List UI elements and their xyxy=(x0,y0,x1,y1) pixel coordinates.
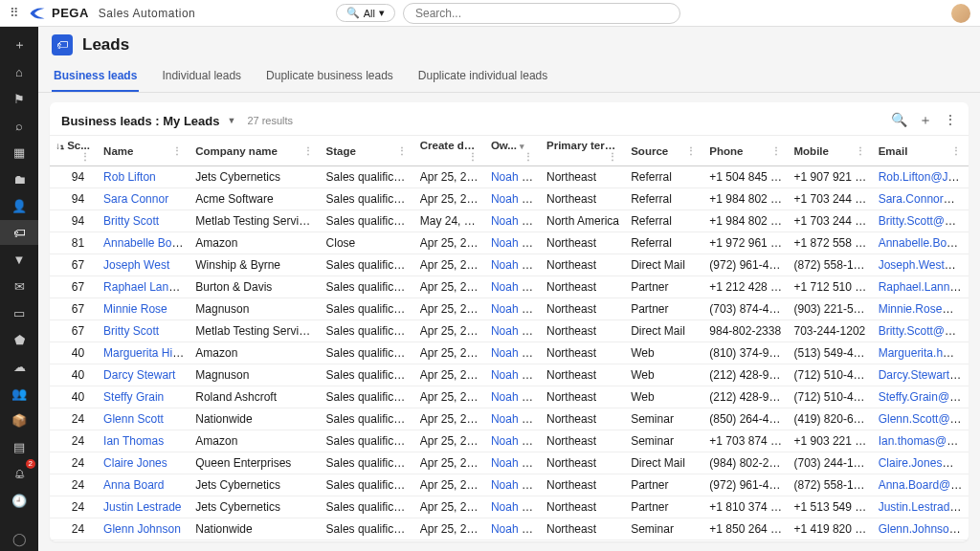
cell-email[interactable]: Steffy.Grain@Rola xyxy=(873,386,969,408)
table-row[interactable]: 40Marguerita HiattAmazonSales qualificat… xyxy=(50,342,969,364)
grid-icon[interactable]: ▦ xyxy=(0,140,38,165)
cell-owner[interactable]: Noah Smith xyxy=(485,518,541,540)
cell-name[interactable]: Rob Lifton xyxy=(98,166,189,188)
cell-email[interactable]: Justin.Lestrade@Je xyxy=(873,496,969,518)
table-row[interactable]: 24Ian ThomasAmazonSales qualificationApr… xyxy=(50,430,969,452)
search-input[interactable] xyxy=(403,3,680,24)
table-row[interactable]: 40Steffy GrainRoland AshcroftSales quali… xyxy=(50,386,969,408)
table-row[interactable]: 24Glenn ScottNationwideSales qualificati… xyxy=(50,408,969,430)
cell-owner[interactable]: Noah Smith xyxy=(485,540,541,542)
leads-icon[interactable]: 🏷 xyxy=(0,220,38,245)
cell-email[interactable]: Britty.Scott@Metla xyxy=(873,210,969,232)
cell-name[interactable]: Joseph West xyxy=(98,254,189,276)
cell-email[interactable]: Britty.Scott@Metla xyxy=(873,320,969,342)
cell-name[interactable]: Sara Connor xyxy=(98,188,189,210)
cell-email[interactable]: Glenn.Scott@Natio xyxy=(873,408,969,430)
cell-name[interactable]: Minnie Rose xyxy=(98,298,189,320)
tab-business-leads[interactable]: Business leads xyxy=(52,61,139,92)
cell-email[interactable]: Marguerita.h@ama xyxy=(873,342,969,364)
table-row[interactable]: 40Darcy StewartMagnusonSales qualificati… xyxy=(50,364,969,386)
cell-owner[interactable]: Noah Smith xyxy=(485,408,541,430)
table-row[interactable]: 24Anna BoardJets CyberneticsSales qualif… xyxy=(50,474,969,496)
col-header[interactable]: Create date⋮ xyxy=(414,136,485,166)
avatar[interactable] xyxy=(951,4,970,23)
cell-email[interactable]: Annabelle.Boord@ xyxy=(873,232,969,254)
tab-duplicate-business-leads[interactable]: Duplicate business leads xyxy=(264,61,395,92)
app-grid-icon[interactable]: ⠿ xyxy=(10,1,19,26)
card-icon[interactable]: ▭ xyxy=(0,300,38,325)
users-icon[interactable]: 👥 xyxy=(0,381,38,406)
cell-name[interactable]: Marguerita Hiatt xyxy=(98,342,189,364)
cell-name[interactable]: Claire Jones xyxy=(98,452,189,474)
cell-owner[interactable]: Noah Smith xyxy=(485,452,541,474)
cell-name[interactable]: Steffy Grain xyxy=(98,386,189,408)
cell-email[interactable]: John.smith@Amaz xyxy=(873,540,969,542)
cell-email[interactable]: Glenn.Johnson@N xyxy=(873,518,969,540)
add-icon[interactable]: ＋ xyxy=(0,33,38,57)
cell-owner[interactable]: Noah Smith xyxy=(485,320,541,342)
clock-icon[interactable]: 🕘 xyxy=(0,488,38,513)
col-header[interactable]: Stage⋮ xyxy=(321,136,414,166)
cell-email[interactable]: Sara.Connor@Acm xyxy=(873,188,969,210)
cloud-icon[interactable]: ☁ xyxy=(0,354,38,379)
cell-owner[interactable]: Noah Smith xyxy=(485,386,541,408)
cell-owner[interactable]: Noah Smith xyxy=(485,254,541,276)
col-header[interactable]: Source⋮ xyxy=(625,136,703,166)
cell-owner[interactable]: Noah Smith xyxy=(485,166,541,188)
table-search-icon[interactable]: 🔍 xyxy=(891,112,907,129)
cell-name[interactable]: Ian Thomas xyxy=(98,430,189,452)
search-icon[interactable]: ⌕ xyxy=(0,113,38,138)
table-row[interactable]: 67Raphael LanningBurton & DavisSales qua… xyxy=(50,276,969,298)
table-row[interactable]: 94Rob LiftonJets CyberneticsSales qualif… xyxy=(50,166,969,188)
tab-duplicate-individual-leads[interactable]: Duplicate individual leads xyxy=(416,61,549,92)
cell-name[interactable]: Glenn Johnson xyxy=(98,518,189,540)
table-row[interactable]: 81Annabelle BoordAmazonCloseApr 25, 2024… xyxy=(50,232,969,254)
tag-icon[interactable]: ⬟ xyxy=(0,327,38,352)
view-dropdown-icon[interactable]: ▼ xyxy=(227,116,235,125)
cell-owner[interactable]: Noah Smith xyxy=(485,430,541,452)
tab-individual-leads[interactable]: Individual leads xyxy=(160,61,243,92)
cell-owner[interactable]: Noah Smith xyxy=(485,342,541,364)
cell-owner[interactable]: Noah Smith xyxy=(485,188,541,210)
col-header[interactable]: Ow... ▾⋮ xyxy=(485,136,541,166)
cell-owner[interactable]: Noah Smith xyxy=(485,210,541,232)
col-header[interactable]: Primary territory⋮ xyxy=(541,136,625,166)
cell-name[interactable]: Darcy Stewart xyxy=(98,364,189,386)
cell-email[interactable]: Joseph.West@WBy xyxy=(873,254,969,276)
cell-email[interactable]: Rob.Lifton@JetsCy xyxy=(873,166,969,188)
mail-icon[interactable]: ✉ xyxy=(0,274,38,298)
table-row[interactable]: 24John SmithAmazonSales qualificationApr… xyxy=(50,540,969,542)
cell-name[interactable]: Britty Scott xyxy=(98,320,189,342)
box-icon[interactable]: 📦 xyxy=(0,408,38,432)
table-row[interactable]: 67Minnie RoseMagnusonSales qualification… xyxy=(50,298,969,320)
cell-owner[interactable]: Noah Smith xyxy=(485,474,541,496)
col-header[interactable]: Phone⋮ xyxy=(703,136,788,166)
cell-owner[interactable]: Noah Smith xyxy=(485,496,541,518)
cell-owner[interactable]: Noah Smith xyxy=(485,298,541,320)
add-lead-icon[interactable]: ＋ xyxy=(919,112,932,129)
cell-name[interactable]: Justin Lestrade xyxy=(98,496,189,518)
home-icon[interactable]: ⌂ xyxy=(0,59,38,84)
cell-name[interactable]: John Smith xyxy=(98,540,189,542)
cell-email[interactable]: Claire.Jones@Que xyxy=(873,452,969,474)
bell-icon[interactable]: 🕭2 xyxy=(0,461,38,486)
col-header[interactable]: Mobile⋮ xyxy=(789,136,873,166)
table-row[interactable]: 67Britty ScottMetlab Testing ServicesSal… xyxy=(50,320,969,342)
col-header[interactable]: Company name⋮ xyxy=(189,136,320,166)
help-icon[interactable]: ◯ xyxy=(0,526,38,551)
col-header[interactable]: Email⋮ xyxy=(873,136,969,166)
grid-scroll[interactable]: ↓₁ Sc...⋮Name⋮Company name⋮Stage⋮Create … xyxy=(50,135,969,541)
cell-email[interactable]: Minnie.Rose@Mag xyxy=(873,298,969,320)
table-row[interactable]: 94Sara ConnorAcme SoftwareSales qualific… xyxy=(50,188,969,210)
cell-owner[interactable]: Noah Smith xyxy=(485,364,541,386)
search-scope-dropdown[interactable]: 🔍 All ▾ xyxy=(336,4,395,22)
table-row[interactable]: 67Joseph WestWinship & ByrneSales qualif… xyxy=(50,254,969,276)
cell-name[interactable]: Britty Scott xyxy=(98,210,189,232)
table-row[interactable]: 24Claire JonesQueen EnterprisesSales qua… xyxy=(50,452,969,474)
cell-name[interactable]: Anna Board xyxy=(98,474,189,496)
folder-icon[interactable]: 🖿 xyxy=(0,166,38,191)
table-row[interactable]: 94Britty ScottMetlab Testing ServicesSal… xyxy=(50,210,969,232)
filter-icon[interactable]: ▼ xyxy=(0,247,38,272)
cell-email[interactable]: Ian.thomas@amaz xyxy=(873,430,969,452)
book-icon[interactable]: ▤ xyxy=(0,434,38,459)
